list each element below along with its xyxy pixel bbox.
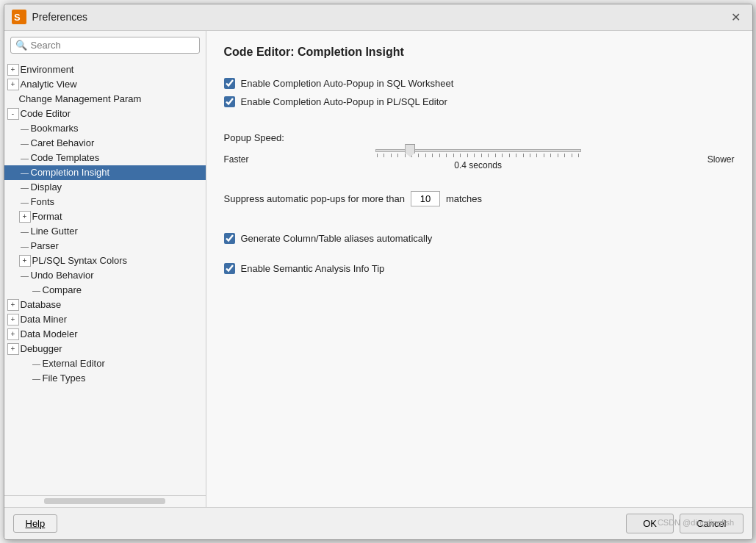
expand-icon-plsql[interactable]: + [19,255,31,267]
checkbox-semantic-analysis[interactable] [224,263,235,274]
tree-item-debugger[interactable]: + Debugger [4,342,206,356]
expand-spacer-undo: — [19,270,31,281]
expand-spacer-change-management [7,93,19,105]
tree-item-bookmarks[interactable]: — Bookmarks [4,121,206,136]
expand-icon-environment[interactable]: + [7,64,19,76]
tree-label-external-editor: External Editor [43,358,105,369]
expand-spacer-parser: — [19,240,31,252]
close-button[interactable]: ✕ [727,9,745,26]
checkbox-row-1: Enable Completion Auto-Popup in SQL Work… [224,78,735,89]
checkbox-sql-worksheet[interactable] [224,78,235,89]
tree-label-undo: Undo Behavior [31,270,94,281]
semantic-label: Enable Semantic Analysis Info Tip [241,263,385,274]
expand-spacer-caret: — [19,137,31,149]
tree-label-completion-insight: Completion Insight [31,167,110,178]
popup-speed-section: Popup Speed: Faster [224,132,735,170]
expand-icon-database[interactable]: + [7,299,19,311]
tree-item-line-gutter[interactable]: — Line Gutter [4,224,206,239]
expand-icon-code-editor[interactable]: - [7,108,19,120]
dialog-footer: Help OK Cancel [4,507,752,539]
search-box: 🔍 [10,37,200,54]
expand-spacer-display: — [19,181,31,193]
matches-input[interactable] [411,191,440,206]
tree-label-code-editor: Code Editor [21,108,71,119]
faster-label: Faster [224,154,249,165]
checkbox-plsql-editor[interactable] [224,96,235,107]
svg-text:S: S [14,12,21,23]
tree-label-compare: Compare [43,284,82,295]
search-icon: 🔍 [15,40,27,51]
tree-label-environment: Environment [21,64,74,75]
alias-section: Generate Column/Table aliases automatica… [224,233,735,244]
slider-wrapper: 0.4 seconds [256,149,700,170]
expand-spacer-completion: — [19,167,31,179]
search-input[interactable] [31,40,195,51]
tree-label-bookmarks: Bookmarks [31,123,79,134]
semantic-section: Enable Semantic Analysis Info Tip [224,263,735,274]
tree-item-format[interactable]: + Format [4,209,206,224]
expand-spacer-file-types: — [31,373,43,384]
expand-icon-analytic-view[interactable]: + [7,79,19,90]
expand-spacer-line-gutter: — [19,226,31,237]
expand-icon-format[interactable]: + [19,211,31,223]
tree-item-environment[interactable]: + Environment [4,62,206,77]
tree-item-completion-insight[interactable]: — Completion Insight [4,165,206,180]
tree-item-analytic-view[interactable]: + Analytic View [4,77,206,92]
tree-label-display: Display [31,181,62,193]
tree-label-file-types: File Types [43,373,86,384]
slider-row: Faster [224,149,735,170]
dialog-body: 🔍 + Environment + Analytic View Cha [4,31,752,507]
slower-label: Slower [708,154,735,165]
checkbox-label-sql-worksheet: Enable Completion Auto-Popup in SQL Work… [241,78,454,89]
expand-spacer-external: — [31,358,43,370]
tree-item-file-types[interactable]: — File Types [4,371,206,386]
expand-spacer-fonts: — [19,196,31,208]
expand-spacer-bookmarks: — [19,123,31,134]
right-panel: Code Editor: Completion Insight Enable C… [206,31,752,507]
checkbox-label-plsql-editor: Enable Completion Auto-Popup in PL/SQL E… [241,96,447,107]
watermark: CSDN @dingdingfish [658,518,734,527]
tree-label-change-management: Change Management Param [19,93,142,104]
tree-label-database: Database [21,299,62,310]
tree-item-code-editor[interactable]: - Code Editor [4,107,206,121]
tree-item-database[interactable]: + Database [4,298,206,312]
expand-spacer-compare: — [31,284,43,296]
tree-item-plsql-syntax[interactable]: + PL/SQL Syntax Colors [4,253,206,268]
slider-value-label: 0.4 seconds [454,160,502,170]
suppress-label-before: Suppress automatic pop-ups for more than [224,193,405,204]
checkbox-generate-alias[interactable] [224,233,235,244]
expand-icon-data-miner[interactable]: + [7,314,19,326]
tree-label-plsql-syntax: PL/SQL Syntax Colors [32,255,128,266]
tree-item-parser[interactable]: — Parser [4,239,206,253]
expand-icon-data-modeler[interactable]: + [7,328,19,340]
tree-label-data-modeler: Data Modeler [21,328,78,339]
tree-label-data-miner: Data Miner [21,314,68,325]
expand-icon-debugger[interactable]: + [7,343,19,355]
tree-item-undo-behavior[interactable]: — Undo Behavior [4,268,206,283]
tree-item-caret-behavior[interactable]: — Caret Behavior [4,136,206,151]
tree-label-line-gutter: Line Gutter [31,226,78,237]
title-bar: S Preferences ✕ [4,4,752,31]
tree-label-caret: Caret Behavior [31,137,95,148]
tree-container[interactable]: + Environment + Analytic View Change Man… [4,60,206,495]
preferences-dialog: S Preferences ✕ 🔍 + Environment [4,4,753,540]
tree-item-fonts[interactable]: — Fonts [4,195,206,209]
tree-item-data-modeler[interactable]: + Data Modeler [4,327,206,342]
popup-speed-label: Popup Speed: [224,132,735,143]
tree-item-display[interactable]: — Display [4,180,206,195]
tree-item-compare[interactable]: — Compare [4,283,206,298]
horizontal-scrollbar[interactable] [4,495,206,507]
tree-item-change-management[interactable]: Change Management Param [4,92,206,107]
app-icon: S [12,10,26,24]
help-button[interactable]: Help [13,514,58,533]
tree-item-external-editor[interactable]: — External Editor [4,356,206,371]
popup-speed-slider[interactable] [375,149,581,152]
tree-label-fonts: Fonts [31,196,55,207]
matches-label: matches [446,193,482,204]
tree-label-analytic-view: Analytic View [21,79,77,90]
tree-item-code-templates[interactable]: — Code Templates [4,151,206,165]
tree-label-format: Format [32,211,62,222]
tree-label-debugger: Debugger [21,343,62,354]
left-panel: 🔍 + Environment + Analytic View Cha [4,31,206,507]
tree-item-data-miner[interactable]: + Data Miner [4,312,206,327]
